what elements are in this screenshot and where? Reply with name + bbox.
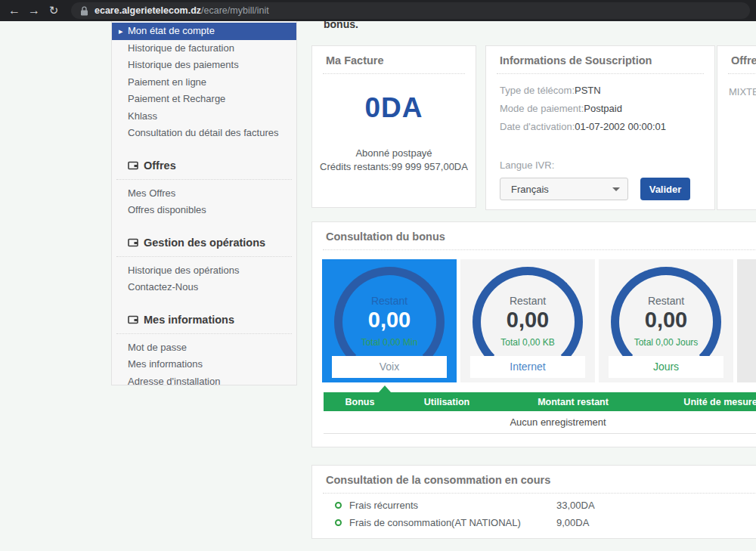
tab-jours[interactable]: Jours xyxy=(609,356,723,378)
sidebar-item-offres-disponibles[interactable]: Offres disponibles xyxy=(112,202,296,219)
section-header: Mes informations xyxy=(112,311,296,329)
sidebar-item-historique-paiements[interactable]: Historique des paiements xyxy=(112,57,296,74)
sidebar-section-mes-informations: Mes informations Mot de passe Mes inform… xyxy=(112,311,296,386)
column-header: Utilisation xyxy=(396,397,497,407)
sidebar-item-mon-etat-de-compte[interactable]: ▸ Mon état de compte xyxy=(112,23,296,40)
sidebar-item-adresse-installation[interactable]: Adresse d'installation xyxy=(112,373,296,386)
sidebar-item-paiement-en-ligne[interactable]: Paiement en ligne xyxy=(112,74,296,91)
conso-label: Frais récurrents xyxy=(349,500,418,511)
sidebar-item-mes-offres[interactable]: Mes Offres xyxy=(112,185,296,203)
card-title: Informations de Souscription xyxy=(486,46,714,73)
divider xyxy=(323,493,756,494)
active-tab-pointer-icon xyxy=(379,385,391,392)
address-bar[interactable]: ecare.algerietelecom.dz /ecare/mybill/in… xyxy=(71,2,750,19)
conso-value: 9,00DA xyxy=(556,517,589,528)
tab-internet[interactable]: Internet xyxy=(470,356,585,378)
empty-table-row: Aucun enregistrement xyxy=(324,411,756,434)
green-bullet-icon xyxy=(335,502,342,509)
sidebar-section-offres: Offres Mes Offres Offres disponibles xyxy=(112,156,296,219)
offer-type-value: MIXTE xyxy=(717,74,756,98)
offres-card: Offres MIXTE xyxy=(717,45,756,210)
divider xyxy=(116,333,292,334)
sidebar-item-mot-de-passe[interactable]: Mot de passe xyxy=(112,339,296,357)
gauge-tile-clipped xyxy=(737,259,756,382)
wallet-icon xyxy=(128,161,138,170)
tab-voix[interactable]: Voix xyxy=(332,356,447,378)
divider xyxy=(323,73,465,74)
gauge-total: Total 0,00 KB xyxy=(460,337,595,348)
sidebar-item-contactez-nous[interactable]: Contactez-Nous xyxy=(112,279,296,296)
column-header: Unité de mesure xyxy=(649,397,756,407)
lock-icon xyxy=(80,6,88,16)
subscriber-type: Abonné postpayé xyxy=(312,147,476,159)
browser-toolbar: ← → ↻ ecare.algerietelecom.dz /ecare/myb… xyxy=(0,0,756,21)
sidebar-item-detail-factures[interactable]: Consultation du détail des factures xyxy=(112,125,296,142)
bonus-card: Consultation du bonus Restant 0,00 Total… xyxy=(311,221,756,447)
sidebar-item-historique-facturation[interactable]: Historique de facturation xyxy=(112,40,296,57)
bonus-gauges: Restant 0,00 Total 0,00 Min Voix Restant… xyxy=(322,259,756,382)
field-value: PSTN xyxy=(575,85,601,96)
consommation-card: Consultation de la consommation en cours… xyxy=(311,465,756,539)
green-bullet-icon xyxy=(335,519,342,526)
wallet-icon xyxy=(128,315,138,324)
url-domain: ecare.algerietelecom.dz xyxy=(94,5,201,16)
gauge-total: Total 0,00 Jours xyxy=(599,337,733,348)
sidebar-item-paiement-recharge[interactable]: Paiement et Recharge xyxy=(112,91,296,108)
field-label: Date d'activation: xyxy=(500,121,575,132)
section-header: Offres xyxy=(112,156,296,175)
forward-icon[interactable]: → xyxy=(24,4,44,17)
gauge-total: Total 0,00 Min xyxy=(322,337,457,348)
section-title: Gestion des opérations xyxy=(144,237,265,249)
gauge-restant-label: Restant xyxy=(460,295,595,307)
bonus-table-header: Bonus Utilisation Montant restant Unité … xyxy=(324,392,756,411)
invoice-amount: 0DA xyxy=(312,92,476,124)
divider xyxy=(323,249,756,250)
card-title: Consultation de la consommation en cours xyxy=(312,466,756,493)
gauge-value: 0,00 xyxy=(322,308,457,333)
souscription-card: Informations de Souscription Type de tél… xyxy=(485,45,715,210)
ivr-language-label: Langue IVR: xyxy=(486,139,714,171)
divider xyxy=(116,179,292,180)
language-selected-value: Français xyxy=(511,184,549,195)
divider xyxy=(116,256,292,257)
conso-label: Frais de consommation(AT NATIONAL) xyxy=(349,517,521,528)
language-select[interactable]: Français xyxy=(500,178,628,200)
column-header: Bonus xyxy=(324,397,396,407)
conso-row-frais-recurrents: Frais récurrents xyxy=(335,500,418,511)
section-title: Mes informations xyxy=(144,314,234,326)
field-payment-mode: Mode de paiement:Postpaid xyxy=(500,103,701,114)
sidebar-section-gestion: Gestion des opérations Historique des op… xyxy=(112,234,296,296)
gauge-tile-voix[interactable]: Restant 0,00 Total 0,00 Min Voix xyxy=(322,259,457,382)
section-title: Offres xyxy=(144,159,176,172)
field-label: Type de télécom: xyxy=(500,85,575,96)
chevron-down-icon xyxy=(612,187,620,191)
selected-arrow-icon: ▸ xyxy=(119,23,123,40)
sidebar-item-khlass[interactable]: Khlass xyxy=(112,108,296,125)
column-header: Montant restant xyxy=(497,397,649,407)
field-value: 01-07-2002 00:00:01 xyxy=(575,121,666,132)
url-path: /ecare/mybill/init xyxy=(201,5,269,16)
sidebar-item-historique-operations[interactable]: Historique des opérations xyxy=(112,262,296,280)
section-header: Gestion des opérations xyxy=(112,234,296,252)
gauge-value: 0,00 xyxy=(460,308,595,333)
gauge-tile-internet[interactable]: Restant 0,00 Total 0,00 KB Internet xyxy=(460,259,595,382)
reload-icon[interactable]: ↻ xyxy=(44,4,64,17)
credits-remaining: Crédits restants:99 999 957,00DA xyxy=(312,161,476,172)
card-title: Ma Facture xyxy=(312,46,476,73)
conso-value: 33,00DA xyxy=(556,500,595,511)
back-icon[interactable]: ← xyxy=(5,4,24,17)
gauge-tile-jours[interactable]: Restant 0,00 Total 0,00 Jours Jours xyxy=(599,259,733,382)
sidebar-item-mes-informations[interactable]: Mes informations xyxy=(112,356,296,373)
gauge-restant-label: Restant xyxy=(322,295,457,307)
card-title: Offres xyxy=(717,46,756,73)
sidebar-item-label: Mon état de compte xyxy=(128,25,215,36)
ma-facture-card: Ma Facture 0DA Abonné postpayé Crédits r… xyxy=(311,45,476,208)
sidebar: ▸ Mon état de compte Historique de factu… xyxy=(111,21,297,385)
gauge-value: 0,00 xyxy=(599,308,733,333)
valider-button[interactable]: Valider xyxy=(640,178,690,200)
card-title: Consultation du bonus xyxy=(312,222,756,249)
conso-row-frais-consommation: Frais de consommation(AT NATIONAL) xyxy=(335,517,521,528)
field-label: Mode de paiement: xyxy=(500,103,584,114)
field-telecom-type: Type de télécom:PSTN xyxy=(500,85,701,96)
wallet-icon xyxy=(128,238,138,247)
